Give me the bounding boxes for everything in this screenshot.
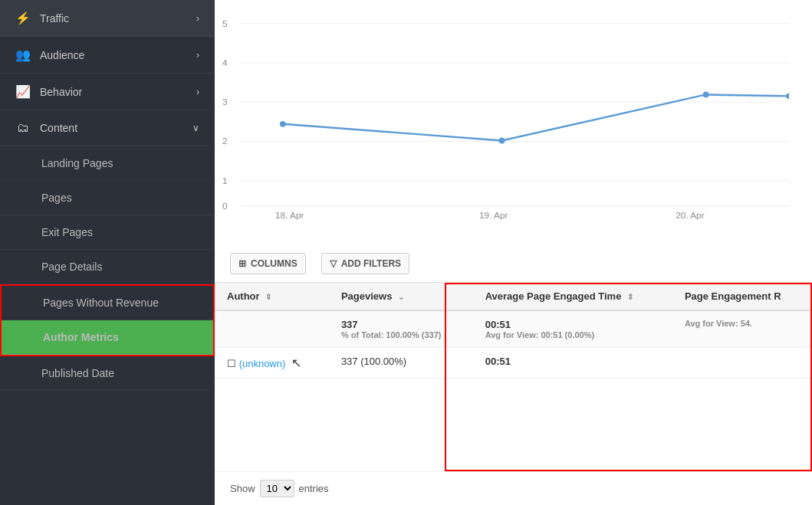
sidebar-item-pages[interactable]: Pages <box>0 181 215 215</box>
chart-area: 5 4 3 2 1 0 18. Apr 19. Apr 20. Apr <box>215 0 812 245</box>
author-link[interactable]: (unknown) <box>239 358 288 369</box>
sort-icon-author: ⇕ <box>265 293 271 301</box>
chevron-down-icon: ∨ <box>192 123 199 133</box>
show-label: Show <box>230 483 255 494</box>
sidebar-item-content[interactable]: 🗂 Content ∨ <box>0 110 215 146</box>
filter-icon: ▽ <box>330 258 337 269</box>
sidebar-item-label: Exit Pages <box>41 226 93 238</box>
col-pageviews[interactable]: Pageviews ⌄ <box>329 283 473 310</box>
sidebar-item-audience[interactable]: 👥 Audience › <box>0 37 215 74</box>
sort-icon-avg-time: ⇕ <box>627 293 633 301</box>
chart-point-4 <box>786 93 789 99</box>
line-chart: 5 4 3 2 1 0 18. Apr 19. Apr 20. Apr <box>222 8 789 222</box>
table-total-row: 337 % of Total: 100.00% (337) 00:51 Avg … <box>215 310 812 348</box>
sort-icon-pageviews: ⌄ <box>398 293 404 301</box>
chart-point-1 <box>280 121 286 127</box>
red-outline-group: Pages Without Revenue Author Metrics <box>0 284 215 356</box>
chart-point-2 <box>499 138 505 144</box>
columns-icon: ⊞ <box>238 258 246 269</box>
y-label-5: 5 <box>222 18 228 29</box>
x-label-apr18: 18. Apr <box>275 210 304 221</box>
sidebar-item-label: Published Date <box>41 367 114 379</box>
sidebar-item-landing-pages[interactable]: Landing Pages <box>0 146 215 181</box>
total-engagement-cell: Avg for View: 54. <box>672 310 812 348</box>
cursor-icon: ↖ <box>291 356 301 370</box>
x-label-apr20: 20. Apr <box>676 210 704 221</box>
total-pageviews-cell: 337 % of Total: 100.00% (337) <box>329 310 473 348</box>
author-cell: ☐ (unknown) ↖ <box>215 348 329 379</box>
author-checkbox: ☐ <box>227 358 236 369</box>
y-label-2: 2 <box>222 136 228 146</box>
col-page-engagement[interactable]: Page Engagement R <box>672 283 812 310</box>
main-content: 5 4 3 2 1 0 18. Apr 19. Apr 20. Apr <box>215 0 812 505</box>
total-avg-time-cell: 00:51 Avg for View: 00:51 (0.00%) <box>473 310 672 348</box>
show-entries-bar: Show 10 25 50 entries <box>215 471 812 505</box>
columns-label: COLUMNS <box>251 258 298 269</box>
columns-button[interactable]: ⊞ COLUMNS <box>230 253 306 274</box>
chevron-right-icon: › <box>196 13 199 24</box>
table-area: Author ⇕ Pageviews ⌄ Average Page Engage… <box>215 283 812 471</box>
sidebar-item-label: Landing Pages <box>41 157 113 169</box>
traffic-icon: ⚡ <box>15 11 31 25</box>
sidebar-item-label: Page Details <box>41 261 102 273</box>
sidebar-item-label: Audience <box>40 49 84 61</box>
total-author-cell <box>215 310 329 348</box>
toolbar: ⊞ COLUMNS ▽ ADD FILTERS <box>215 245 812 283</box>
sidebar-item-pages-without-revenue[interactable]: Pages Without Revenue <box>2 286 213 320</box>
add-filters-button[interactable]: ▽ ADD FILTERS <box>321 253 409 274</box>
chart-point-3 <box>703 91 709 97</box>
sidebar-item-label: Behavior <box>40 86 82 98</box>
x-label-apr19: 19. Apr <box>479 210 508 221</box>
table-header-row: Author ⇕ Pageviews ⌄ Average Page Engage… <box>215 283 812 310</box>
avg-time-cell: 00:51 <box>473 348 672 379</box>
pageviews-cell: 337 (100.00%) <box>329 348 473 379</box>
audience-icon: 👥 <box>15 48 31 62</box>
y-label-4: 4 <box>222 57 228 68</box>
chart-line <box>283 94 789 140</box>
col-avg-engaged-time[interactable]: Average Page Engaged Time ⇕ <box>473 283 672 310</box>
data-table: Author ⇕ Pageviews ⌄ Average Page Engage… <box>215 283 812 379</box>
sidebar-item-label: Author Metrics <box>43 331 119 343</box>
chevron-right-icon: › <box>196 50 199 61</box>
sidebar-item-traffic[interactable]: ⚡ Traffic › <box>0 0 215 37</box>
chevron-right-icon: › <box>196 87 199 97</box>
sidebar-item-page-details[interactable]: Page Details <box>0 250 215 284</box>
sidebar-item-label: Pages Without Revenue <box>43 297 159 309</box>
y-label-3: 3 <box>222 97 228 107</box>
y-label-0: 0 <box>222 201 228 212</box>
sidebar-item-label: Traffic <box>40 12 69 25</box>
col-author[interactable]: Author ⇕ <box>215 283 329 310</box>
sidebar-item-label: Pages <box>41 192 72 204</box>
sidebar-item-exit-pages[interactable]: Exit Pages <box>0 215 215 250</box>
behavior-icon: 📈 <box>15 84 31 99</box>
sidebar: ⚡ Traffic › 👥 Audience › 📈 Behavior › 🗂 … <box>0 0 215 505</box>
sidebar-item-published-date[interactable]: Published Date <box>0 356 215 391</box>
content-icon: 🗂 <box>15 121 31 135</box>
sidebar-item-label: Content <box>40 122 77 134</box>
engagement-cell <box>672 348 812 379</box>
add-filters-label: ADD FILTERS <box>341 258 401 269</box>
sidebar-item-author-metrics[interactable]: Author Metrics <box>2 320 213 355</box>
entries-select[interactable]: 10 25 50 <box>260 480 294 497</box>
sidebar-item-behavior[interactable]: 📈 Behavior › <box>0 74 215 110</box>
y-label-1: 1 <box>222 175 228 186</box>
table-row: ☐ (unknown) ↖ 337 (100.00%) 00:51 <box>215 348 812 379</box>
entries-label: entries <box>299 483 329 494</box>
